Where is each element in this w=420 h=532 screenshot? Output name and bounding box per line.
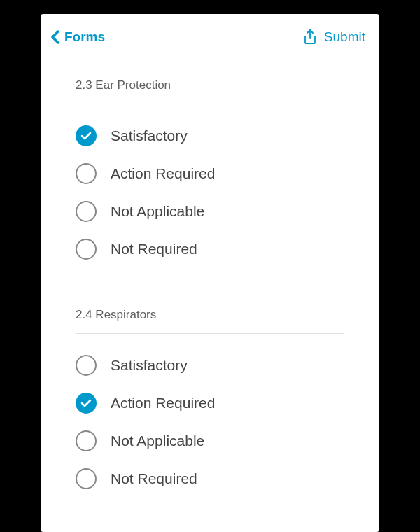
option-row[interactable]: Not Applicable [76, 192, 344, 230]
radio-unselected [76, 201, 97, 222]
option-label: Action Required [111, 165, 215, 182]
option-label: Not Required [111, 241, 197, 258]
radio-selected [76, 125, 97, 146]
option-row[interactable]: Action Required [76, 384, 344, 422]
options-list: Satisfactory Action Required Not Applica… [76, 104, 344, 288]
section-title: 2.3 Ear Protection [76, 78, 344, 104]
radio-unselected [76, 239, 97, 260]
radio-unselected [76, 163, 97, 184]
option-label: Satisfactory [111, 357, 188, 374]
option-row[interactable]: Not Required [76, 230, 344, 268]
option-row[interactable]: Satisfactory [76, 117, 344, 155]
option-label: Not Applicable [111, 203, 204, 220]
option-label: Action Required [111, 395, 215, 412]
option-label: Not Applicable [111, 433, 204, 449]
option-label: Satisfactory [111, 127, 188, 144]
section-title: 2.4 Respirators [76, 308, 344, 334]
option-label: Not Required [111, 470, 197, 487]
back-label: Forms [64, 29, 105, 45]
form-section: 2.4 Respirators Satisfactory Action Requ… [76, 308, 344, 517]
submit-label: Submit [324, 29, 365, 45]
app-screen: Forms Submit 2.3 Ear Protection Sat [41, 14, 379, 532]
upload-icon [303, 29, 317, 45]
radio-unselected [76, 430, 97, 451]
radio-selected [76, 393, 97, 414]
option-row[interactable]: Satisfactory [76, 346, 344, 384]
back-button[interactable]: Forms [50, 29, 105, 45]
form-content: 2.3 Ear Protection Satisfactory Action R… [41, 59, 379, 532]
submit-button[interactable]: Submit [303, 29, 365, 45]
chevron-left-icon [50, 30, 60, 44]
radio-unselected [76, 355, 97, 376]
form-section: 2.3 Ear Protection Satisfactory Action R… [76, 78, 344, 288]
option-row[interactable]: Not Required [76, 460, 344, 498]
header-bar: Forms Submit [41, 14, 379, 59]
options-list: Satisfactory Action Required Not Applica… [76, 334, 344, 517]
option-row[interactable]: Not Applicable [76, 422, 344, 460]
radio-unselected [76, 468, 97, 489]
option-row[interactable]: Action Required [76, 155, 344, 192]
